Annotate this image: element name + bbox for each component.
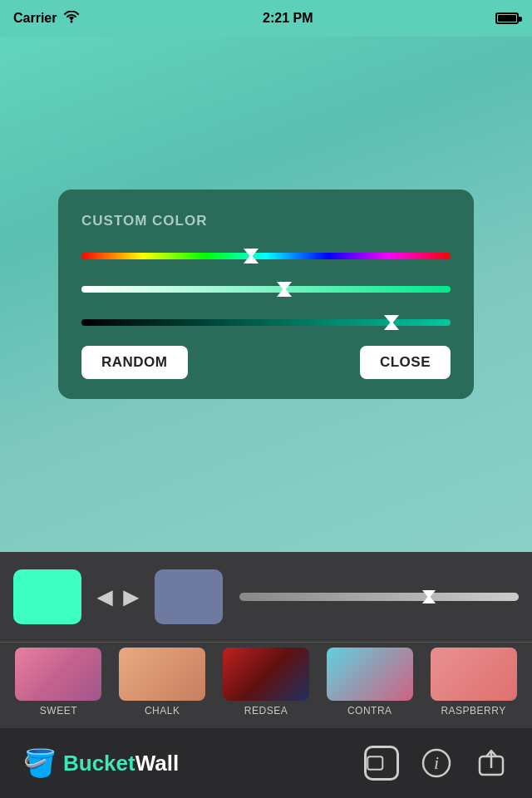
share-button[interactable]	[474, 746, 509, 781]
wallpaper-button[interactable]	[364, 746, 399, 781]
logo-wall-word: Wall	[135, 751, 179, 776]
footer-icons: i	[364, 746, 509, 781]
saturation-thumb[interactable]	[275, 280, 293, 298]
status-bar: Carrier 2:21 PM	[0, 0, 532, 37]
preset-item-chalk[interactable]: CHALK	[119, 648, 205, 717]
swap-icon: ◄►	[91, 582, 144, 613]
preset-label-redsea: REDSEA	[244, 705, 288, 717]
preset-swatch-contra	[327, 648, 413, 701]
preset-swatch-redsea	[223, 648, 309, 701]
saturation-track	[81, 286, 451, 293]
main-area: CUSTOM COLOR RANDOM CLOSE	[0, 37, 532, 552]
logo-bucket-word: Bucket	[63, 751, 135, 776]
close-button[interactable]: CLOSE	[360, 346, 451, 379]
svg-rect-1	[367, 756, 382, 769]
preset-label-contra: CONTRA	[347, 705, 392, 717]
carrier-label: Carrier	[13, 11, 57, 26]
preset-item-contra[interactable]: CONTRA	[327, 648, 413, 717]
svg-text:i: i	[434, 752, 439, 773]
preset-item-raspberry[interactable]: RASPBERRY	[431, 648, 517, 717]
status-left: Carrier	[13, 11, 80, 27]
brightness-thumb[interactable]	[382, 313, 401, 332]
panel-title: CUSTOM COLOR	[81, 213, 451, 229]
logo-bucket-icon: 🪣	[23, 747, 57, 779]
hue-slider-row[interactable]	[81, 253, 451, 259]
info-button[interactable]: i	[419, 746, 454, 781]
preset-swatch-sweet	[15, 648, 101, 701]
preset-label-raspberry: RASPBERRY	[441, 705, 505, 717]
hue-track	[81, 253, 451, 259]
battery-icon	[495, 12, 519, 24]
color-presets: SWEETCHALKREDSEACONTRARASPBERRY	[0, 642, 532, 728]
preset-label-sweet: SWEET	[40, 705, 77, 717]
preset-item-redsea[interactable]: REDSEA	[223, 648, 309, 717]
opacity-slider[interactable]	[239, 593, 519, 601]
color-panel: CUSTOM COLOR RANDOM CLOSE	[58, 190, 474, 399]
swap-colors-button[interactable]: ◄►	[98, 577, 138, 617]
brightness-slider-row[interactable]	[81, 319, 451, 326]
random-button[interactable]: RANDOM	[81, 346, 188, 379]
app-logo: 🪣 BucketWall	[23, 747, 179, 779]
secondary-color-swatch[interactable]	[155, 569, 223, 624]
logo-text: BucketWall	[63, 751, 179, 776]
saturation-slider-row[interactable]	[81, 286, 451, 293]
hue-thumb[interactable]	[242, 247, 260, 265]
panel-buttons: RANDOM CLOSE	[81, 346, 451, 379]
preset-swatch-chalk	[119, 648, 205, 701]
preset-label-chalk: CHALK	[145, 705, 180, 717]
time-label: 2:21 PM	[263, 11, 313, 26]
bottom-toolbar: ◄►	[0, 552, 532, 642]
app-footer: 🪣 BucketWall i	[0, 728, 532, 798]
primary-color-swatch[interactable]	[13, 569, 81, 624]
preset-item-sweet[interactable]: SWEET	[15, 648, 101, 717]
wifi-icon	[63, 11, 80, 27]
preset-swatch-raspberry	[431, 648, 517, 701]
svg-point-0	[71, 20, 73, 22]
